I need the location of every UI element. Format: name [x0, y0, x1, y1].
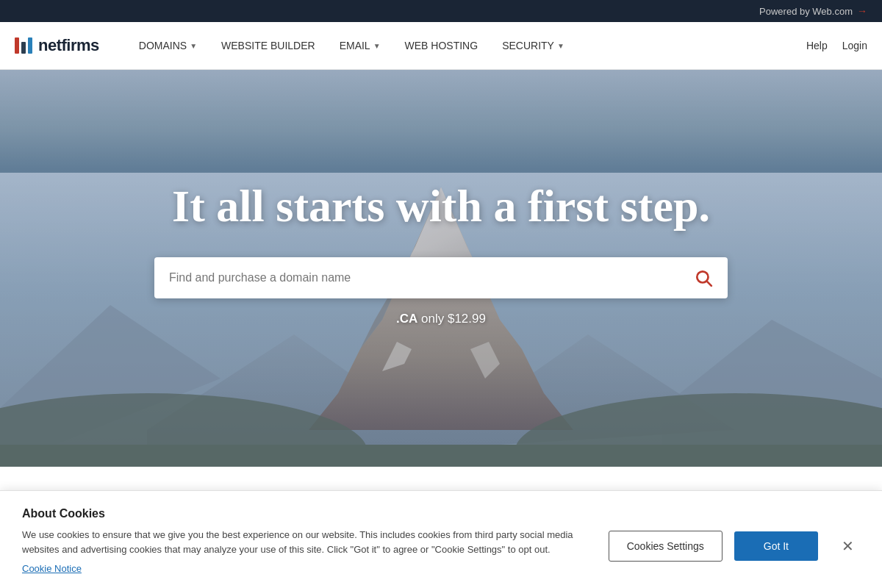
- nav-email[interactable]: EMAIL ▼: [329, 32, 391, 59]
- cookie-text-area: We use cookies to ensure that we give yo…: [22, 528, 579, 575]
- domain-search-bar: [154, 257, 728, 298]
- hero-section: It all starts with a first step. .CA onl…: [0, 70, 882, 467]
- cookie-notice-link[interactable]: Cookie Notice: [22, 563, 82, 574]
- domain-ext: .CA: [396, 312, 417, 326]
- header-right: Help Login: [806, 40, 867, 51]
- header: netfirms DOMAINS ▼ WEBSITE BUILDER EMAIL…: [0, 22, 882, 70]
- logo[interactable]: netfirms: [15, 36, 99, 55]
- email-chevron-icon: ▼: [373, 42, 381, 50]
- logo-icon: [15, 37, 32, 54]
- help-link[interactable]: Help: [806, 40, 828, 51]
- top-bar: Powered by Web.com →: [0, 0, 882, 22]
- search-icon: [694, 268, 713, 287]
- domain-promo: .CA only $12.99: [15, 312, 867, 326]
- domains-chevron-icon: ▼: [190, 42, 197, 50]
- got-it-button[interactable]: Got It: [734, 531, 818, 561]
- svg-point-12: [697, 271, 708, 282]
- svg-line-13: [707, 282, 711, 285]
- login-link[interactable]: Login: [842, 40, 867, 51]
- cookie-banner: About Cookies We use cookies to ensure t…: [0, 490, 882, 588]
- powered-by-text: Powered by Web.com: [759, 6, 853, 17]
- domain-search-button[interactable]: [679, 257, 728, 298]
- nav-domains[interactable]: DOMAINS ▼: [129, 32, 207, 59]
- nav-security[interactable]: SECURITY ▼: [492, 32, 575, 59]
- main-nav: DOMAINS ▼ WEBSITE BUILDER EMAIL ▼ WEB HO…: [129, 32, 806, 59]
- cookie-banner-title: About Cookies: [22, 507, 860, 520]
- logo-bar-dark: [21, 42, 26, 54]
- security-chevron-icon: ▼: [557, 42, 564, 50]
- nav-web-hosting[interactable]: WEB HOSTING: [395, 32, 489, 59]
- top-bar-arrow: →: [857, 5, 867, 17]
- domain-search-input[interactable]: [154, 258, 679, 298]
- cookie-actions: Cookies Settings Got It ✕: [609, 528, 860, 562]
- cookie-close-button[interactable]: ✕: [836, 536, 860, 556]
- cookie-settings-button[interactable]: Cookies Settings: [609, 531, 723, 562]
- nav-website-builder[interactable]: WEBSITE BUILDER: [211, 32, 326, 59]
- logo-bar-red: [15, 37, 19, 54]
- logo-bar-blue: [28, 37, 32, 54]
- hero-content: It all starts with a first step. .CA onl…: [0, 181, 882, 326]
- logo-text: netfirms: [38, 36, 99, 55]
- cookie-banner-body: We use cookies to ensure that we give yo…: [22, 528, 860, 575]
- hero-title: It all starts with a first step.: [15, 181, 867, 231]
- domain-promo-text: only $12.99: [417, 312, 486, 326]
- cookie-body-text: We use cookies to ensure that we give yo…: [22, 528, 579, 557]
